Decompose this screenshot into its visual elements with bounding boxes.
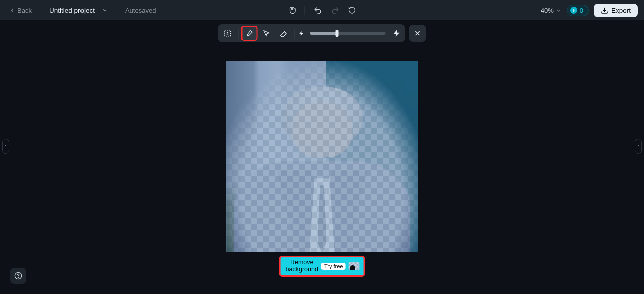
remove-bg-line1: Remove [290, 259, 314, 266]
app-header: Back Untitled project Autosaved 40% [0, 0, 644, 20]
canvas-mask-overlay [226, 61, 418, 252]
redo-icon [331, 6, 339, 15]
divider [116, 6, 116, 15]
back-button[interactable]: Back [6, 5, 35, 16]
help-button[interactable] [10, 268, 26, 284]
autosaved-label: Autosaved [125, 7, 156, 14]
close-toolbar-button[interactable] [409, 25, 426, 42]
project-menu-button[interactable] [100, 7, 110, 13]
right-panel-toggle[interactable] [635, 139, 642, 154]
slider-fill [310, 32, 337, 35]
slider-knob[interactable] [335, 30, 338, 37]
chevron-down-icon [102, 7, 108, 13]
try-free-badge: Try free [321, 263, 346, 270]
undo-icon [313, 6, 322, 15]
export-label: Export [611, 7, 631, 14]
download-icon [601, 7, 608, 14]
divider [305, 6, 305, 15]
chevron-down-icon [556, 8, 561, 13]
zoom-value: 40% [541, 7, 554, 14]
remove-background-button[interactable]: Remove background Try free [279, 256, 365, 277]
brush-icon [246, 29, 254, 37]
brush-tool[interactable] [242, 26, 257, 40]
divider [41, 6, 41, 15]
person-select-tool[interactable] [220, 26, 235, 40]
toolbar-divider [294, 28, 295, 39]
back-label: Back [17, 7, 32, 14]
redo-button[interactable] [328, 3, 343, 18]
export-button[interactable]: Export [594, 4, 638, 17]
pan-tool-button[interactable] [285, 3, 300, 18]
brush-size-slider[interactable] [310, 32, 386, 35]
svg-marker-6 [394, 30, 400, 36]
person-select-icon [224, 29, 232, 37]
remove-bg-line2: background [286, 266, 318, 273]
edit-toolbar [218, 24, 405, 42]
lasso-icon [263, 29, 271, 37]
chevron-right-icon [4, 144, 8, 149]
zoom-control[interactable]: 40% [541, 7, 561, 14]
close-icon [414, 29, 422, 37]
svg-line-4 [284, 31, 286, 33]
credits-value: 0 [580, 7, 583, 14]
lasso-tool[interactable] [259, 26, 274, 40]
reset-icon [348, 6, 356, 14]
edit-toolbar-row [218, 24, 426, 42]
svg-marker-5 [299, 31, 303, 35]
reset-button[interactable] [345, 3, 360, 18]
header-right: 40% 0 Export [541, 4, 638, 17]
help-icon [14, 272, 22, 280]
hand-pan-icon [288, 6, 296, 14]
bolt-big-icon [391, 29, 403, 37]
undo-button[interactable] [310, 3, 326, 18]
svg-point-3 [227, 32, 228, 33]
svg-marker-0 [573, 8, 575, 12]
left-panel-toggle[interactable] [2, 139, 9, 154]
bolt-small-icon [298, 31, 305, 36]
canvas[interactable] [226, 61, 418, 252]
chevron-left-icon [9, 7, 15, 13]
eraser-tool[interactable] [276, 26, 291, 40]
chevron-left-icon [636, 144, 640, 149]
credits-icon [570, 7, 577, 14]
project-name[interactable]: Untitled project [47, 5, 97, 16]
remove-bg-thumb-icon [348, 262, 359, 270]
svg-point-10 [18, 277, 18, 278]
eraser-icon [279, 29, 288, 38]
header-left: Back Untitled project Autosaved [6, 5, 156, 16]
header-center [285, 3, 360, 18]
credits-button[interactable]: 0 [567, 5, 589, 16]
remove-background-label: Remove background [286, 259, 318, 273]
toolbar-divider [238, 28, 239, 39]
